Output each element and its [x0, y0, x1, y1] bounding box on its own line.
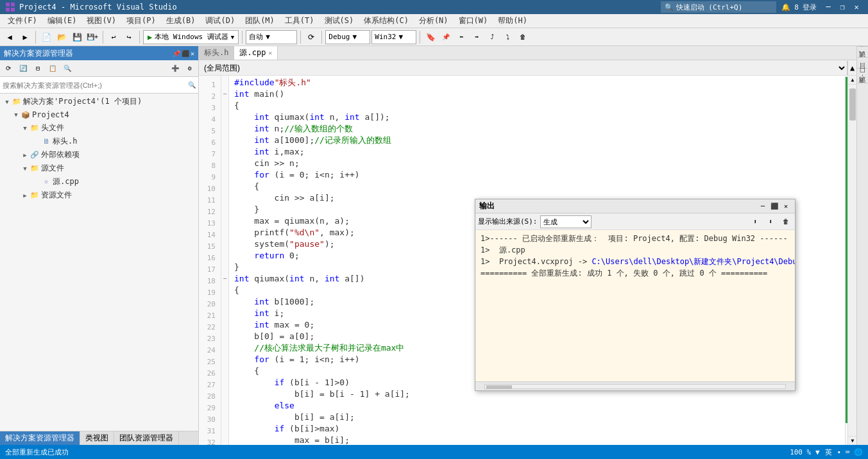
scope-expand-btn[interactable]: ▲	[847, 61, 856, 75]
code-line-7: int i,max;	[234, 146, 840, 158]
se-settings-btn[interactable]: ⚙	[183, 62, 197, 76]
tab-source-cpp[interactable]: 源.cpp ✕	[234, 46, 278, 60]
menu-team[interactable]: 团队(M)	[240, 14, 280, 28]
se-props-btn[interactable]: 📋	[46, 62, 60, 76]
se-search-input[interactable]	[3, 81, 185, 89]
platform-dropdown[interactable]: Win32 ▼	[371, 30, 416, 44]
tab-header-h[interactable]: 标头.h	[199, 46, 234, 60]
se-sync-btn[interactable]: ⟳	[1, 62, 15, 76]
output-hscroll-thumb[interactable]	[486, 385, 512, 389]
output-source-select[interactable]: 生成	[540, 215, 591, 228]
out-tb-btn2[interactable]: ⬇	[764, 215, 777, 228]
se-close-btn[interactable]: ✕	[191, 50, 194, 57]
menu-debug[interactable]: 调试(D)	[200, 14, 240, 28]
login-button[interactable]: 登录	[803, 3, 817, 12]
output-float-btn[interactable]: ⬛	[769, 201, 779, 212]
maximize-button[interactable]: ❐	[836, 1, 849, 13]
out-tb-btn3[interactable]: 🗑	[779, 215, 792, 228]
toolbar-bm5-btn[interactable]: ⤴	[485, 30, 499, 44]
tab-se-label: 解决方案资源管理器	[5, 433, 74, 442]
tab-solution-explorer[interactable]: 解决方案资源管理器	[0, 431, 80, 445]
tree-source-files[interactable]: ▼ 📁 源文件	[0, 162, 198, 175]
toolbar-new-btn[interactable]: 📄	[39, 30, 53, 44]
toolbar-bm6-btn[interactable]: ⤵	[500, 30, 515, 44]
toolbar-redo-btn[interactable]: ↪	[122, 30, 136, 44]
menu-architecture[interactable]: 体系结构(C)	[359, 14, 414, 28]
tree-source-cpp[interactable]: ⚛ 源.cpp	[0, 175, 198, 188]
se-search-bar[interactable]: 🔍	[0, 77, 198, 94]
scope-dropdown[interactable]: (全局范围)	[199, 61, 847, 75]
debug-dropdown[interactable]: Debug ▼	[325, 30, 370, 44]
toolbar-refresh-btn[interactable]: ⟳	[304, 30, 318, 44]
config-dropdown[interactable]: 自动 ▼	[246, 30, 297, 44]
output-header: 输出 ─ ⬛ ✕	[475, 199, 795, 213]
toolbar-undo-btn[interactable]: ↩	[106, 30, 121, 44]
right-tab-2[interactable]: 调试	[857, 57, 868, 68]
close-button[interactable]: ✕	[850, 1, 863, 13]
output-window: 输出 ─ ⬛ ✕ 显示输出来源(S): 生成 ⬆ ⬇ 🗑 1>------ 已启…	[475, 199, 796, 391]
scroll-down-btn[interactable]: ▼	[848, 436, 856, 445]
menu-build[interactable]: 生成(B)	[161, 14, 201, 28]
se-refresh-btn[interactable]: 🔄	[16, 62, 30, 76]
tree-resource-files[interactable]: ▶ 📁 资源文件	[0, 188, 198, 202]
quick-search-box[interactable]: 🔍 快速启动 (Ctrl+Q)	[661, 1, 776, 13]
output-close-btn[interactable]: ✕	[781, 201, 791, 212]
tree-project[interactable]: ▼ 📦 Project4	[0, 108, 198, 121]
se-newitem-btn[interactable]: ➕	[168, 62, 182, 76]
menu-test[interactable]: 测试(S)	[319, 14, 359, 28]
menu-window[interactable]: 窗口(W)	[454, 14, 493, 28]
zoom-level[interactable]: 100 % ▼	[790, 448, 819, 456]
toolbar-save-btn[interactable]: 💾	[70, 30, 84, 44]
tree-external-deps[interactable]: ▶ 🔗 外部依赖项	[0, 148, 198, 162]
right-tab-1[interactable]: 渐进设置	[857, 46, 868, 57]
menu-help[interactable]: 帮助(H)	[493, 14, 532, 28]
toolbar-back-btn[interactable]: ◀	[3, 30, 17, 44]
right-tab-4[interactable]: 调测	[857, 83, 868, 94]
toolbar-bm7-btn[interactable]: 🗑	[516, 30, 530, 44]
minimize-button[interactable]: ─	[822, 1, 835, 13]
menu-tools[interactable]: 工具(T)	[280, 14, 319, 28]
toolbar-bm4-btn[interactable]: ➡	[470, 30, 484, 44]
se-title: 解决方案资源管理器	[4, 48, 173, 59]
tab-class-view[interactable]: 类视图	[80, 431, 114, 445]
tree-solution[interactable]: ▼ 📁 解决方案'Project4'(1 个项目)	[0, 95, 198, 108]
run-button[interactable]: ▶ 本地 Windows 调试器 ▼	[143, 30, 239, 44]
toolbar-saveall-btn[interactable]: 💾+	[85, 30, 99, 44]
se-collapse-btn[interactable]: ⊟	[31, 62, 45, 76]
menu-edit[interactable]: 编辑(E)	[42, 14, 82, 28]
menu-bar: 文件(F) 编辑(E) 视图(V) 项目(P) 生成(B) 调试(D) 团队(M…	[0, 14, 868, 28]
editor-vscroll[interactable]: ▲ ▼	[847, 76, 856, 445]
tab-team-explorer[interactable]: 团队资源管理器	[114, 431, 179, 445]
scroll-up-btn[interactable]: ▲	[848, 76, 856, 85]
right-tab-3[interactable]: 口-目	[857, 68, 868, 83]
resfiles-arrow: ▶	[21, 192, 30, 199]
se-pin-btn[interactable]: 📌	[173, 50, 180, 57]
menu-project[interactable]: 项目(P)	[121, 14, 161, 28]
toolbar-bm2-btn[interactable]: 📌	[439, 30, 453, 44]
collapse-qiumax[interactable]: −	[221, 273, 228, 285]
menu-view[interactable]: 视图(V)	[81, 14, 121, 28]
se-float-btn[interactable]: ⬛	[182, 50, 189, 57]
tree-head-files[interactable]: ▼ 📁 头文件	[0, 121, 198, 135]
output-line-3: 1> Project4.vcxproj -> C:\Users\dell\Des…	[481, 256, 790, 267]
toolbar-fwd-btn[interactable]: ▶	[18, 30, 32, 44]
scroll-thumb[interactable]	[849, 88, 856, 121]
output-content[interactable]: 1>------ 已启动全部重新生成： 项目: Project4, 配置: De…	[475, 230, 795, 381]
collapse-main[interactable]: −	[221, 88, 228, 100]
tab-close-btn[interactable]: ✕	[268, 49, 272, 56]
tree-header-h[interactable]: 🗎 标头.h	[0, 135, 198, 148]
srcfiles-label: 源文件	[41, 163, 64, 174]
se-search-icon: 🔍	[188, 81, 196, 88]
window-controls: ─ ❐ ✕	[822, 1, 863, 13]
toolbar-open-btn[interactable]: 📂	[55, 30, 69, 44]
se-filter-btn[interactable]: 🔍	[60, 62, 74, 76]
out-tb-btn1[interactable]: ⬆	[749, 215, 762, 228]
output-hscroll[interactable]	[475, 381, 795, 390]
menu-analyze[interactable]: 分析(N)	[414, 14, 454, 28]
toolbar-bookmark-btn[interactable]: 🔖	[423, 30, 438, 44]
output-minimize-btn[interactable]: ─	[758, 201, 768, 212]
menu-file[interactable]: 文件(F)	[3, 14, 42, 28]
status-language: 英	[825, 447, 832, 457]
toolbar-bm3-btn[interactable]: ⬅	[454, 30, 468, 44]
output-hscroll-track[interactable]	[484, 384, 786, 389]
